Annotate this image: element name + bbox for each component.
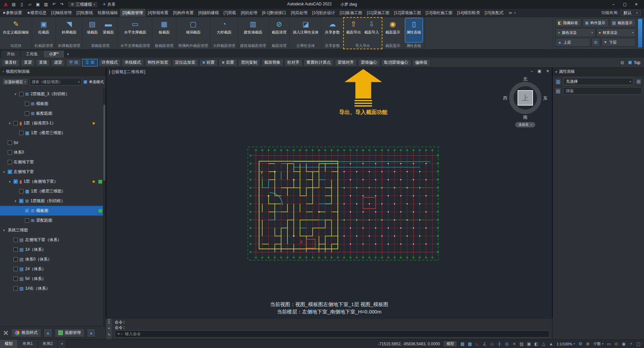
- maximize-button[interactable]: ▢: [619, 0, 631, 8]
- drawing-units-button[interactable]: 小数▾: [592, 341, 605, 346]
- drawing-restore-button[interactable]: ▣: [538, 69, 541, 73]
- tree-checkbox[interactable]: [13, 238, 18, 242]
- tree-checkbox[interactable]: [8, 150, 12, 155]
- floor-filter-dropdown[interactable]: 仅显标楼层 ▾: [2, 78, 28, 85]
- tree-expander-icon[interactable]: ▾: [2, 229, 6, 232]
- tree-item[interactable]: ▤2#（体系）: [0, 264, 106, 274]
- material-render-button[interactable]: ●材质渲染▾: [596, 28, 636, 37]
- isolate-objects-button[interactable]: ◉: [620, 341, 627, 347]
- tree-item[interactable]: ▤1#右（体系）: [0, 284, 106, 293]
- ribbon-button[interactable]: ◉截面显示: [384, 18, 401, 42]
- toolbar-button[interactable]: 层间复制: [238, 59, 260, 66]
- tree-item[interactable]: 右侧地下室: [0, 157, 106, 167]
- ribbon-tab[interactable]: [4]智能布置: [146, 9, 171, 17]
- ribbon-button[interactable]: ▢墙洞截面: [184, 18, 202, 42]
- grid-display-toggle[interactable]: ▦: [459, 341, 466, 347]
- ribbon-button[interactable]: ▯属性面板: [405, 18, 423, 42]
- tree-item[interactable]: 体系0: [0, 148, 106, 157]
- select-objects-icon[interactable]: ⊞: [635, 78, 642, 85]
- tree-checkbox[interactable]: ✓: [13, 179, 18, 184]
- ribbon-tab[interactable]: [6]辅助建模: [196, 9, 221, 17]
- section-display-button[interactable]: ▤截面显示: [610, 18, 636, 27]
- tree-item[interactable]: ▤体系0（体系）: [0, 254, 106, 264]
- ribbon-tab[interactable]: [11]梁施工图: [365, 9, 392, 17]
- ribbon-button[interactable]: ◥斜撑截面: [60, 18, 78, 42]
- visual-style-up-button[interactable]: ▲: [44, 329, 52, 337]
- base-map-up-button[interactable]: ▲: [87, 329, 96, 337]
- tree-expander-icon[interactable]: ▾: [2, 170, 6, 174]
- keyboard-icon[interactable]: ⌨▾: [117, 332, 122, 336]
- toolbar-button[interactable]: 虚梁: [51, 59, 65, 66]
- tree-checkbox[interactable]: [19, 131, 23, 135]
- hide-tags-button[interactable]: ◧隐藏标签: [555, 18, 582, 27]
- panel-pin-icon[interactable]: ▪: [555, 69, 557, 74]
- single-select-mode-checkbox[interactable]: ✓ 单选模式: [83, 79, 104, 84]
- toolbar-button[interactable]: 单线模式: [122, 59, 144, 66]
- ribbon-tab[interactable]: [8]前处理: [238, 9, 260, 17]
- toolbar-button[interactable]: 柱对齐: [284, 59, 303, 66]
- coordinates-readout[interactable]: -71515.5652, -85836.5483, 0.0000: [375, 342, 443, 346]
- upper-layer-button[interactable]: ▲ 上层: [555, 38, 590, 47]
- selection-cycling-toggle[interactable]: ▣: [525, 341, 532, 347]
- toolbar-button[interactable]: 立 面: [82, 59, 97, 66]
- save-file-icon[interactable]: ▣: [34, 1, 42, 8]
- dynamic-ucs-toggle[interactable]: ◧: [533, 341, 540, 347]
- isometric-drafting-toggle[interactable]: ◇: [488, 341, 495, 347]
- ribbon-button[interactable]: ▥建筑墙截面: [243, 18, 264, 42]
- tree-checkbox[interactable]: [13, 286, 18, 291]
- viewcube-north-label[interactable]: 北: [504, 76, 546, 82]
- tree-checkbox[interactable]: [25, 111, 29, 116]
- viewcube-west-label[interactable]: 西: [503, 95, 507, 101]
- ribbon-button[interactable]: ✎自定义截面编辑: [2, 18, 30, 42]
- toolbar-button[interactable]: 取消梁墙偏心: [381, 59, 411, 66]
- property-search-input[interactable]: 搜索: [563, 87, 642, 95]
- ribbon-button[interactable]: ☁共享参数: [324, 18, 341, 42]
- tree-scrollbar-thumb[interactable]: [103, 105, 105, 181]
- application-menu-icon[interactable]: ▤: [10, 1, 17, 8]
- toolbar-button[interactable]: 详查模式: [99, 59, 121, 66]
- ribbon-tab[interactable]: [9]后处理: [288, 9, 310, 17]
- workspace-dropdown[interactable]: ⚙ 三维建模 ▾: [68, 1, 98, 8]
- viewcube-top-face[interactable]: 上: [518, 90, 533, 106]
- toolbar-button[interactable]: 垂直柱: [2, 59, 20, 66]
- object-snap-toggle[interactable]: ◎: [503, 341, 510, 347]
- tree-item[interactable]: ▦1层（楼层三维图）: [0, 128, 106, 138]
- minimize-button[interactable]: –: [608, 0, 619, 8]
- panel-toggle-button[interactable]: [638, 18, 643, 48]
- toolbar-button[interactable]: 直梁: [21, 59, 35, 66]
- layer-settings-gear-icon[interactable]: ⚙: [591, 38, 600, 47]
- component-display-button[interactable]: ▣构件显示: [583, 18, 609, 27]
- open-file-icon[interactable]: ▱: [26, 1, 34, 8]
- ribbon-tab[interactable]: [1]轴线管理: [49, 9, 74, 17]
- autoscale-toggle[interactable]: ▲: [547, 341, 554, 347]
- ribbon-button[interactable]: ▬梁截面: [101, 18, 116, 42]
- clean-screen-button[interactable]: ▢: [635, 341, 642, 347]
- tree-item[interactable]: ▾系统三维图: [0, 225, 106, 235]
- command-input[interactable]: ⌨▾ 键入命令: [115, 330, 550, 338]
- tree-checkbox[interactable]: [19, 92, 23, 96]
- toolbar-button[interactable]: 定位边加宽: [172, 59, 198, 66]
- close-icon[interactable]: ✕: [108, 327, 110, 330]
- ribbon-button[interactable]: ⊘截面清理: [270, 18, 288, 42]
- lower-layer-button[interactable]: ▼ 下层: [601, 38, 636, 47]
- tree-item[interactable]: 5#: [0, 138, 106, 148]
- color-render-button[interactable]: ●颜色渲染▾: [555, 28, 595, 37]
- tree-expander-icon[interactable]: ▾: [8, 122, 12, 125]
- viewcube-south-label[interactable]: 南: [504, 114, 546, 120]
- layout-tab[interactable]: 布局2: [38, 340, 58, 348]
- annotation-scale-button[interactable]: 1:1/100%▾: [555, 342, 577, 346]
- tree-checkbox[interactable]: ✓: [8, 170, 12, 174]
- ribbon-tab[interactable]: [12]梁墙施工图: [392, 9, 423, 17]
- toolbar-button[interactable]: 平 面: [66, 59, 81, 66]
- chevron-down-icon[interactable]: ▾: [514, 11, 516, 14]
- ribbon-button[interactable]: ◔大样截面: [215, 18, 233, 42]
- viewcube[interactable]: 上 北 南 西 东 未命名 ▾: [504, 76, 546, 130]
- ribbon-tab[interactable]: ★参数设置: [0, 9, 24, 17]
- lock-ui-button[interactable]: ⊙: [613, 341, 620, 347]
- panel-pin-icon[interactable]: ▪: [3, 70, 4, 73]
- tree-item[interactable]: ▦1层（楼层三维图）: [0, 186, 106, 196]
- plot-icon[interactable]: ▥: [42, 1, 50, 8]
- toolbar-button[interactable]: 梁墙偏心: [358, 59, 380, 66]
- tree-checkbox[interactable]: [13, 247, 18, 252]
- tree-item[interactable]: ▾▮1层（标准层3-1）★: [0, 118, 106, 128]
